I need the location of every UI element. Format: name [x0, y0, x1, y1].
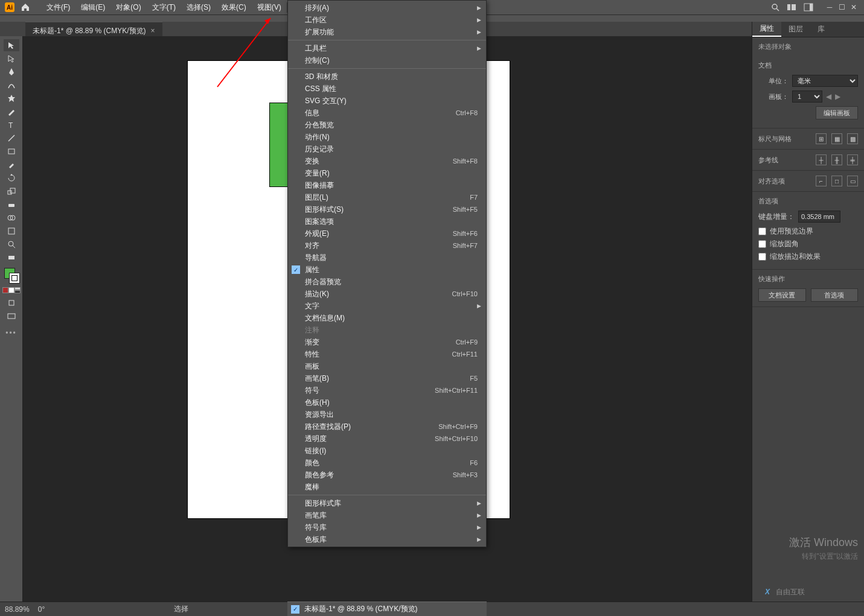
- menu-item-信息[interactable]: 信息Ctrl+F8: [288, 107, 486, 119]
- preferences-button[interactable]: 首选项: [811, 288, 859, 302]
- menu-view[interactable]: 视图(V): [252, 2, 287, 13]
- panel-tab-layers[interactable]: 图层: [781, 22, 810, 37]
- menu-item-符号[interactable]: 符号Shift+Ctrl+F11: [288, 384, 486, 396]
- search-icon[interactable]: [771, 3, 779, 11]
- menu-item-图层l[interactable]: 图层(L)F7: [288, 191, 486, 203]
- stroke-color[interactable]: [9, 273, 20, 284]
- menu-item-变换[interactable]: 变换Shift+F8: [288, 155, 486, 167]
- align-icon-3[interactable]: ▭: [847, 176, 858, 186]
- rotation-value[interactable]: 0°: [38, 605, 45, 614]
- menu-item-工具栏[interactable]: 工具栏▶: [288, 42, 486, 54]
- menu-item-链接i[interactable]: 链接(I): [288, 445, 486, 457]
- menu-item-分色预览[interactable]: 分色预览: [288, 119, 486, 131]
- menu-file[interactable]: 文件(F): [41, 2, 75, 13]
- zoom-level[interactable]: 88.89%: [5, 605, 30, 614]
- screen-mode[interactable]: [4, 310, 19, 322]
- menu-item-工作区[interactable]: 工作区▶: [288, 14, 486, 26]
- edit-artboard-button[interactable]: 编辑画板: [816, 106, 858, 119]
- home-icon[interactable]: [21, 2, 30, 12]
- unit-select[interactable]: 毫米: [792, 75, 858, 87]
- tool-curvature[interactable]: [4, 79, 19, 91]
- draw-mode[interactable]: [4, 297, 19, 309]
- panel-tab-properties[interactable]: 属性: [752, 22, 781, 37]
- menu-item-图像描摹[interactable]: 图像描摹: [288, 179, 486, 191]
- menu-item-拼合器预览[interactable]: 拼合器预览: [288, 276, 486, 288]
- window-maximize[interactable]: ☐: [837, 3, 846, 11]
- menu-object[interactable]: 对象(O): [110, 2, 146, 13]
- doc-setup-button[interactable]: 文档设置: [758, 288, 806, 302]
- menu-item-3d和材质[interactable]: 3D 和材质: [288, 71, 486, 83]
- menu-item-色板h[interactable]: 色板(H): [288, 396, 486, 408]
- menu-item-变量r[interactable]: 变量(R): [288, 167, 486, 179]
- tool-shape-builder[interactable]: [4, 212, 19, 224]
- tool-scale[interactable]: [4, 185, 19, 197]
- menu-item-颜色参考[interactable]: 颜色参考Shift+F3: [288, 469, 486, 481]
- window-minimize[interactable]: ─: [825, 3, 834, 11]
- arrange-docs-icon[interactable]: [787, 3, 796, 11]
- key-increment-input[interactable]: [798, 211, 840, 223]
- artboard-select[interactable]: 1: [792, 90, 822, 103]
- tool-eyedropper[interactable]: [4, 159, 19, 171]
- menu-item-扩展功能[interactable]: 扩展功能▶: [288, 26, 486, 38]
- menu-item-对齐[interactable]: 对齐Shift+F7: [288, 240, 486, 252]
- menu-effect[interactable]: 效果(C): [216, 2, 252, 13]
- tool-paintbrush[interactable]: [4, 106, 19, 118]
- menu-item-图形样式库[interactable]: 图形样式库▶: [288, 497, 486, 509]
- close-icon[interactable]: ×: [151, 27, 155, 35]
- menu-item-画笔b[interactable]: 画笔(B)F5: [288, 372, 486, 384]
- menu-item-魔棒[interactable]: 魔棒: [288, 481, 486, 493]
- menu-type[interactable]: 文字(T): [147, 2, 181, 13]
- tool-eraser[interactable]: [4, 198, 19, 211]
- ruler-icon[interactable]: ⊞: [816, 133, 827, 144]
- align-icon-1[interactable]: ⌐: [816, 176, 827, 186]
- menu-item-排列a[interactable]: 排列(A)▶: [288, 2, 486, 14]
- tool-selection[interactable]: [4, 39, 19, 51]
- prev-artboard-icon[interactable]: ◀: [826, 92, 831, 101]
- tool-line[interactable]: [4, 132, 19, 144]
- tool-direct-selection[interactable]: [4, 52, 19, 65]
- menu-item-画笔库[interactable]: 画笔库▶: [288, 509, 486, 521]
- menu-item-资源导出[interactable]: 资源导出: [288, 408, 486, 421]
- edit-toolbar[interactable]: •••: [5, 329, 17, 337]
- menu-item-画板[interactable]: 画板: [288, 360, 486, 372]
- workspace-switch-icon[interactable]: [804, 3, 813, 11]
- menu-item-动作n[interactable]: 动作(N): [288, 131, 486, 143]
- menu-item-文档信息m[interactable]: 文档信息(M): [288, 312, 486, 324]
- menu-item-特性[interactable]: 特性Ctrl+F11: [288, 348, 486, 360]
- tool-zoom[interactable]: [4, 238, 19, 250]
- menu-select[interactable]: 选择(S): [181, 2, 216, 13]
- next-artboard-icon[interactable]: ▶: [835, 92, 840, 101]
- menu-item-图案选项[interactable]: 图案选项: [288, 215, 486, 227]
- chk-scale-corners[interactable]: [758, 240, 766, 248]
- transparency-grid-icon[interactable]: ▩: [847, 133, 858, 144]
- menu-item-文字[interactable]: 文字▶: [288, 300, 486, 312]
- menu-item-属性[interactable]: ✓属性: [288, 264, 486, 276]
- align-icon-2[interactable]: □: [831, 176, 842, 186]
- menu-item-图形样式s[interactable]: 图形样式(S)Shift+F5: [288, 203, 486, 215]
- menu-item-色板库[interactable]: 色板库▶: [288, 533, 486, 545]
- color-well[interactable]: [4, 268, 19, 282]
- panel-tab-libraries[interactable]: 库: [810, 22, 832, 37]
- menu-item-描边k[interactable]: 描边(K)Ctrl+F10: [288, 288, 486, 300]
- menu-item-外观e[interactable]: 外观(E)Shift+F6: [288, 227, 486, 240]
- menu-item-路径查找器p[interactable]: 路径查找器(P)Shift+Ctrl+F9: [288, 421, 486, 433]
- window-close[interactable]: ✕: [850, 3, 858, 11]
- color-mode-icons[interactable]: [2, 287, 21, 293]
- menu-item-符号库[interactable]: 符号库▶: [288, 521, 486, 533]
- tool-rotate[interactable]: [4, 172, 19, 184]
- menu-item-导航器[interactable]: 导航器: [288, 252, 486, 264]
- menu-item-历史记录[interactable]: 历史记录: [288, 143, 486, 155]
- guide-icon-3[interactable]: ╪: [847, 154, 858, 165]
- menu-item-颜色[interactable]: 颜色F6: [288, 457, 486, 469]
- chk-preview-bounds[interactable]: [758, 227, 766, 235]
- grid-icon[interactable]: ▦: [831, 133, 842, 144]
- chk-scale-strokes[interactable]: [758, 253, 766, 261]
- menu-item-渐变[interactable]: 渐变Ctrl+F9: [288, 336, 486, 348]
- tool-pen[interactable]: [4, 66, 19, 78]
- menu-item-透明度[interactable]: 透明度Shift+Ctrl+F10: [288, 433, 486, 445]
- tool-gradient[interactable]: [4, 252, 19, 264]
- tool-artboard[interactable]: [4, 225, 19, 237]
- guide-icon-1[interactable]: ┼: [816, 154, 827, 165]
- tool-rectangle[interactable]: [4, 145, 19, 157]
- menu-item-svg交互y[interactable]: SVG 交互(Y): [288, 95, 486, 107]
